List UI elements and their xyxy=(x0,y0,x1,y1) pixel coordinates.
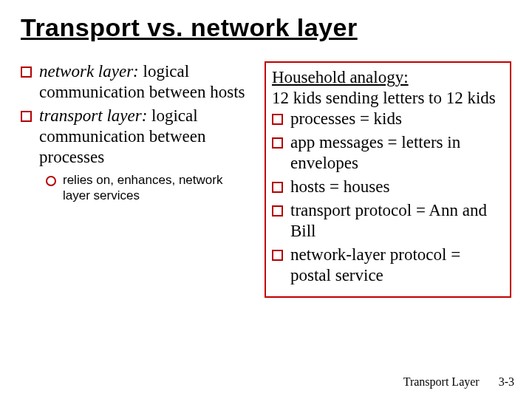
list-item: network-layer protocol = postal service xyxy=(272,245,504,286)
slide-title: Transport vs. network layer xyxy=(21,13,511,42)
item-text: transport layer: logical communication b… xyxy=(39,106,250,168)
square-bullet-icon xyxy=(272,182,283,193)
list-item: transport protocol = Ann and Bill xyxy=(272,200,504,242)
item-lead: transport layer: xyxy=(39,106,147,125)
item-text: transport protocol = Ann and Bill xyxy=(290,200,504,242)
list-item: hosts = houses xyxy=(272,177,504,197)
footer-label: Transport Layer xyxy=(403,375,480,388)
subitem-text: relies on, enhances, network layer servi… xyxy=(63,172,250,204)
item-text: processes = kids xyxy=(290,109,402,129)
square-bullet-icon xyxy=(272,205,283,216)
analogy-intro: 12 kids sending letters to 12 kids xyxy=(272,88,504,109)
analogy-heading: Household analogy: xyxy=(272,67,504,88)
slide: Transport vs. network layer network laye… xyxy=(0,0,532,399)
list-item: processes = kids xyxy=(272,109,504,129)
footer-page: 3-3 xyxy=(499,375,514,388)
item-text: network layer: logical communication bet… xyxy=(39,61,250,103)
left-column: network layer: logical communication bet… xyxy=(21,61,250,298)
circle-bullet-icon xyxy=(46,176,56,186)
item-text: app messages = letters in envelopes xyxy=(290,132,504,174)
content-columns: network layer: logical communication bet… xyxy=(21,61,511,298)
item-lead: network layer: xyxy=(39,62,139,81)
footer: Transport Layer 3-3 xyxy=(403,375,514,389)
list-item: network layer: logical communication bet… xyxy=(21,61,250,103)
square-bullet-icon xyxy=(272,114,283,125)
item-text: network-layer protocol = postal service xyxy=(290,245,504,286)
right-column-box: Household analogy: 12 kids sending lette… xyxy=(265,61,511,298)
list-item: app messages = letters in envelopes xyxy=(272,132,504,174)
square-bullet-icon xyxy=(272,250,283,261)
square-bullet-icon xyxy=(21,66,32,78)
sub-list-item: relies on, enhances, network layer servi… xyxy=(46,172,250,204)
item-text: hosts = houses xyxy=(290,177,389,197)
square-bullet-icon xyxy=(272,137,283,149)
list-item: transport layer: logical communication b… xyxy=(21,106,250,168)
square-bullet-icon xyxy=(21,111,32,122)
